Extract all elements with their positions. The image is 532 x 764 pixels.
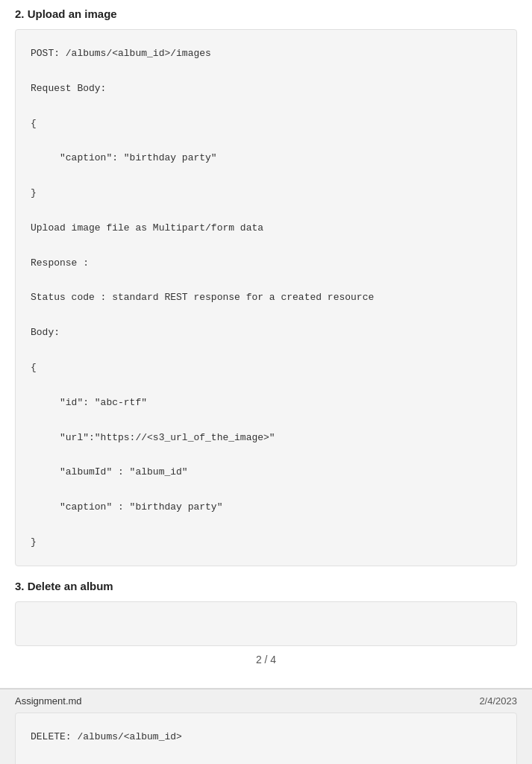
filename-label: Assignment.md (15, 695, 82, 707)
section-3-heading: 3. Delete an album (15, 580, 517, 592)
bottom-section: Assignment.md 2/4/2023 DELETE: /albums/<… (0, 689, 532, 764)
bottom-header: Assignment.md 2/4/2023 (0, 689, 532, 713)
page-wrapper: 2. Upload an image POST: /albums/<album_… (0, 0, 532, 764)
section-2-heading: 2. Upload an image (15, 7, 517, 20)
pagination: 2 / 4 (15, 654, 517, 666)
top-section: 2. Upload an image POST: /albums/<album_… (0, 0, 532, 689)
delete-album-code-block-top (15, 601, 517, 646)
date-label: 2/4/2023 (479, 695, 517, 707)
upload-image-code-block: POST: /albums/<album_id>/images Request … (15, 29, 517, 566)
delete-album-code-block-bottom: DELETE: /albums/<album_id> Response: Sta… (15, 713, 517, 764)
